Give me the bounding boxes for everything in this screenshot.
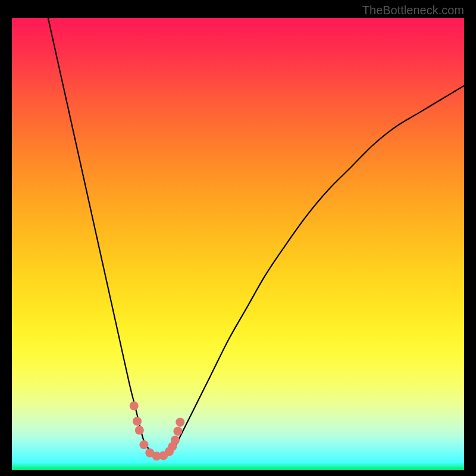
highlight-dot <box>139 440 148 449</box>
watermark-text: TheBottleneck.com <box>362 4 464 17</box>
plot-area <box>12 18 464 470</box>
highlight-dot <box>135 426 144 435</box>
highlight-dot <box>130 402 139 411</box>
highlight-dot <box>173 427 182 436</box>
highlight-dots <box>130 402 185 461</box>
highlight-dot <box>176 418 184 427</box>
highlight-dot <box>171 436 180 444</box>
chart-svg <box>12 18 464 470</box>
bottleneck-curve <box>48 18 464 458</box>
highlight-dot <box>133 416 142 425</box>
